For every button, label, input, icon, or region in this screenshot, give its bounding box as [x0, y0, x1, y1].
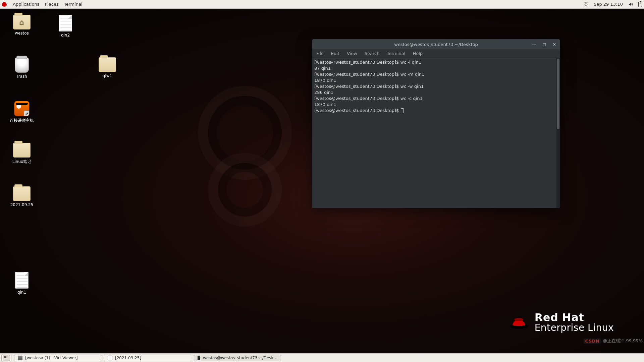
close-button[interactable]: ✕ — [551, 41, 558, 48]
bottom-panel: [westosa (1) - Virt Viewer] [2021.09.25]… — [0, 353, 644, 362]
taskbar-label: [2021.09.25] — [115, 356, 141, 360]
terminal-line: 87 qin1 — [314, 65, 558, 71]
icon-label: qin2 — [50, 33, 80, 38]
battery-icon[interactable] — [638, 2, 642, 7]
terminal-line: [westos@westos_student73 Desktop]$ wc -m… — [314, 71, 558, 77]
terminal-menu-file[interactable]: File — [316, 51, 324, 56]
virt-viewer-icon — [18, 356, 22, 360]
clock[interactable]: Sep 29 13:10 — [594, 2, 623, 7]
document-icon — [108, 356, 112, 360]
menu-terminal[interactable]: Terminal — [64, 2, 83, 7]
svg-point-0 — [510, 323, 528, 328]
top-panel-left: Applications Places Terminal — [2, 2, 83, 7]
terminal-line: 286 qin1 — [314, 89, 558, 96]
menu-places[interactable]: Places — [45, 2, 58, 7]
desktop-icon-trash[interactable]: Trash — [7, 57, 37, 79]
terminal-line: 1870 qin1 — [314, 77, 558, 83]
desktop-icon-qin2[interactable]: qin2 — [50, 15, 80, 38]
folder-home-icon — [13, 15, 31, 29]
folder-icon — [13, 143, 31, 158]
icon-label: Trash — [7, 74, 37, 79]
workspace-switcher[interactable] — [1, 355, 11, 361]
watermark-text: @正在缓冲.99.99% — [603, 338, 643, 344]
terminal-menubar: File Edit View Search Terminal Help — [312, 49, 560, 58]
wallpaper-eight-graphic — [208, 96, 282, 243]
terminal-menu-search[interactable]: Search — [365, 51, 380, 56]
watermark: CSDN @正在缓冲.99.99% — [584, 338, 643, 344]
text-file-icon — [15, 272, 29, 289]
watermark-site: CSDN — [584, 339, 601, 344]
branding-line1: Red Hat — [535, 312, 614, 323]
terminal-titlebar[interactable]: westos@westos_student73:~/Desktop — ◻ ✕ — [312, 39, 560, 49]
text-file-icon — [59, 15, 72, 32]
terminal-line: [westos@westos_student73 Desktop]$ wc -w… — [314, 83, 558, 89]
maximize-button[interactable]: ◻ — [541, 41, 548, 48]
taskbar-item-terminal[interactable]: westos@westos_student73:~/Desk... — [194, 355, 281, 361]
terminal-body[interactable]: [westos@westos_student73 Desktop]$ wc -l… — [312, 58, 560, 208]
icon-label: 连接讲师主机 — [7, 118, 37, 123]
terminal-line: 1870 qin1 — [314, 102, 558, 108]
top-panel-right: 英 Sep 29 13:10 — [584, 1, 642, 7]
folder-icon — [13, 186, 31, 201]
svg-point-1 — [514, 318, 523, 321]
cursor-icon — [401, 108, 404, 113]
workspace-switcher-icon — [3, 355, 10, 361]
taskbar-label: [westosa (1) - Virt Viewer] — [25, 356, 78, 360]
desktop-icon-date-folder[interactable]: 2021.09.25 — [7, 186, 37, 207]
taskbar-item-document[interactable]: [2021.09.25] — [104, 355, 191, 361]
desktop-icon-westos[interactable]: westos — [7, 15, 37, 36]
branding-line2: Enterprise Linux — [535, 323, 614, 333]
volume-icon[interactable] — [628, 2, 633, 7]
terminal-line: [westos@westos_student73 Desktop]$ wc -l… — [314, 59, 558, 65]
redhat-logo-icon — [2, 2, 7, 7]
desktop[interactable]: Red Hat Enterprise Linux westos qin2 Tra… — [0, 9, 644, 353]
menu-applications[interactable]: Applications — [13, 2, 39, 7]
input-method-indicator[interactable]: 英 — [584, 1, 588, 7]
terminal-menu-edit[interactable]: Edit — [331, 51, 339, 56]
terminal-title: westos@westos_student73:~/Desktop — [394, 42, 478, 47]
minimize-button[interactable]: — — [531, 41, 538, 48]
icon-label: Linux笔记 — [7, 159, 37, 165]
terminal-icon — [198, 356, 200, 360]
taskbar-item-virt-viewer[interactable]: [westosa (1) - Virt Viewer] — [14, 355, 101, 361]
terminal-scrollbar[interactable] — [556, 58, 560, 208]
terminal-prompt-line: [westos@westos_student73 Desktop]$ — [314, 108, 558, 114]
taskbar-label: westos@westos_student73:~/Desk... — [203, 356, 277, 360]
icon-label: qlw1 — [92, 73, 122, 78]
terminal-menu-terminal[interactable]: Terminal — [387, 51, 405, 56]
desktop-icon-qin1[interactable]: qin1 — [7, 272, 37, 295]
icon-label: 2021.09.25 — [7, 202, 37, 207]
top-panel: Applications Places Terminal 英 Sep 29 13… — [0, 0, 644, 9]
desktop-icon-linux-notes[interactable]: Linux笔记 — [7, 143, 37, 165]
terminal-line: [westos@westos_student73 Desktop]$ wc -c… — [314, 96, 558, 102]
terminal-menu-help[interactable]: Help — [413, 51, 423, 56]
folder-icon — [99, 57, 116, 72]
shortcut-arrow-icon: ↗ — [24, 111, 30, 116]
icon-label: qin1 — [7, 290, 37, 295]
terminal-window[interactable]: westos@westos_student73:~/Desktop — ◻ ✕ … — [312, 39, 560, 208]
vnc-app-icon: ↗ — [14, 101, 30, 116]
trash-icon — [15, 57, 29, 73]
desktop-icon-qlw1[interactable]: qlw1 — [92, 57, 122, 78]
scrollbar-thumb[interactable] — [557, 59, 559, 129]
icon-label: westos — [7, 31, 37, 36]
desktop-icon-vnc[interactable]: ↗ 连接讲师主机 — [7, 101, 37, 123]
redhat-branding: Red Hat Enterprise Linux — [509, 312, 614, 333]
terminal-menu-view[interactable]: View — [347, 51, 357, 56]
window-controls: — ◻ ✕ — [531, 39, 558, 49]
redhat-hat-icon — [509, 316, 529, 329]
